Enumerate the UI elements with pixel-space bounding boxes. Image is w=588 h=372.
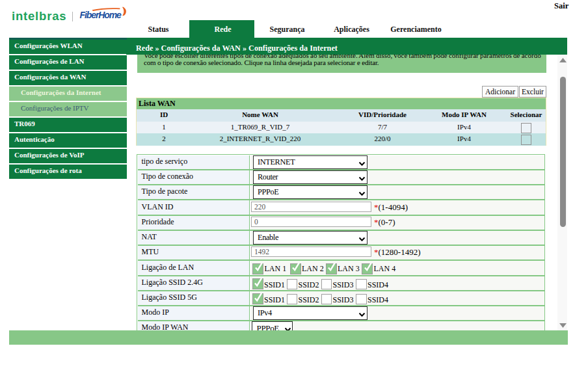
svg-text:FiberHome: FiberHome bbox=[80, 10, 122, 20]
